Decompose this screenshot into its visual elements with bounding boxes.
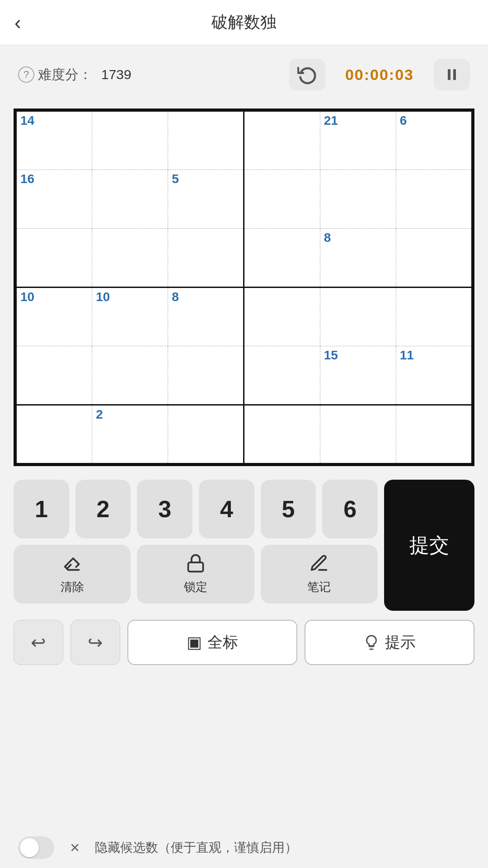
cell-clue-0-0: 14: [20, 113, 34, 127]
cell-1-2[interactable]: 5: [168, 170, 244, 229]
cell-clue-3-1: 10: [96, 290, 110, 304]
fullmark-icon: ▣: [187, 633, 202, 652]
cell-1-3[interactable]: [244, 170, 320, 229]
redo-button[interactable]: ↪: [70, 620, 120, 665]
cell-5-5[interactable]: [396, 405, 472, 464]
num-btn-3[interactable]: 3: [137, 480, 192, 538]
cell-clue-2-4: 8: [324, 231, 331, 245]
cell-clue-4-5: 11: [400, 348, 414, 362]
refresh-button[interactable]: [289, 59, 325, 90]
grid-row-4: 1511: [16, 346, 472, 405]
help-icon[interactable]: ?: [18, 66, 34, 83]
cell-4-4[interactable]: 15: [320, 346, 396, 405]
cell-2-0[interactable]: [16, 229, 92, 288]
fullmark-button[interactable]: ▣ 全标: [127, 620, 297, 665]
timer-display: 00:00:03: [334, 59, 425, 90]
difficulty-score: 1739: [101, 67, 131, 82]
cell-4-3[interactable]: [244, 346, 320, 405]
action-bar: ↩ ↪ ▣ 全标 提示: [14, 620, 474, 665]
number-column: 123456 清除锁定笔记: [14, 480, 378, 611]
back-button[interactable]: ‹: [14, 11, 21, 34]
hide-candidates-toggle[interactable]: [18, 836, 54, 859]
cell-4-2[interactable]: [168, 346, 244, 405]
cell-4-5[interactable]: 11: [396, 346, 472, 405]
eraser-icon: [62, 553, 82, 576]
cell-clue-1-2: 5: [172, 172, 179, 186]
tool-label-lock: 锁定: [184, 579, 207, 595]
cell-5-2[interactable]: [168, 405, 244, 464]
number-and-submit: 123456 清除锁定笔记 提交: [14, 480, 474, 611]
header: ‹ 破解数独: [0, 0, 488, 45]
grid-row-0: 14216: [16, 111, 472, 170]
cell-4-1[interactable]: [92, 346, 168, 405]
tool-btn-lock[interactable]: 锁定: [137, 545, 254, 604]
cell-0-4[interactable]: 21: [320, 111, 396, 170]
sudoku-grid: 1421616581010815112: [15, 110, 473, 464]
cell-3-1[interactable]: 10: [92, 288, 168, 346]
cell-5-4[interactable]: [320, 405, 396, 464]
cell-0-2[interactable]: [168, 111, 244, 170]
cell-2-4[interactable]: 8: [320, 229, 396, 288]
tool-label-pencil: 笔记: [307, 579, 331, 595]
cell-3-4[interactable]: [320, 288, 396, 346]
stats-bar: ? 难度分： 1739 00:00:03: [0, 45, 488, 104]
bottom-bar: ✕ 隐藏候选数（便于直观，谨慎启用）: [0, 827, 488, 868]
cell-clue-1-0: 16: [20, 172, 34, 186]
cell-0-1[interactable]: [92, 111, 168, 170]
cell-1-0[interactable]: 16: [16, 170, 92, 229]
cell-clue-3-0: 10: [20, 290, 34, 304]
tool-btn-pencil[interactable]: 笔记: [261, 545, 378, 604]
cell-3-5[interactable]: [396, 288, 472, 346]
num-btn-1[interactable]: 1: [14, 480, 69, 538]
grid-row-5: 2: [16, 405, 472, 464]
number-row: 123456: [14, 480, 378, 538]
cell-1-5[interactable]: [396, 170, 472, 229]
cell-3-2[interactable]: 8: [168, 288, 244, 346]
cell-0-0[interactable]: 14: [16, 111, 92, 170]
cell-0-3[interactable]: [244, 111, 320, 170]
cell-3-0[interactable]: 10: [16, 288, 92, 346]
close-toggle-icon[interactable]: ✕: [63, 836, 86, 859]
cell-clue-0-5: 6: [400, 113, 407, 127]
difficulty-label: ? 难度分：: [18, 66, 92, 84]
undo-button[interactable]: ↩: [14, 620, 63, 665]
pause-button[interactable]: [434, 59, 470, 90]
sudoku-grid-container: 1421616581010815112: [14, 108, 474, 466]
hide-candidates-text: 隐藏候选数（便于直观，谨慎启用）: [95, 839, 297, 856]
cell-clue-4-4: 15: [324, 348, 338, 362]
hint-icon: [363, 634, 380, 651]
cell-2-5[interactable]: [396, 229, 472, 288]
svg-rect-2: [188, 562, 203, 571]
cell-0-5[interactable]: 6: [396, 111, 472, 170]
svg-rect-0: [448, 69, 450, 80]
cell-4-0[interactable]: [16, 346, 92, 405]
tool-row: 清除锁定笔记: [14, 545, 378, 604]
cell-1-4[interactable]: [320, 170, 396, 229]
num-btn-4[interactable]: 4: [199, 480, 254, 538]
tool-label-eraser: 清除: [61, 579, 84, 595]
cell-5-0[interactable]: [16, 405, 92, 464]
cell-clue-5-1: 2: [96, 407, 103, 421]
grid-row-1: 165: [16, 170, 472, 229]
lock-icon: [186, 553, 206, 576]
cell-2-2[interactable]: [168, 229, 244, 288]
grid-row-3: 10108: [16, 288, 472, 346]
pencil-icon: [309, 553, 329, 576]
tool-btn-eraser[interactable]: 清除: [14, 545, 131, 604]
cell-2-1[interactable]: [92, 229, 168, 288]
num-btn-2[interactable]: 2: [75, 480, 131, 538]
cell-3-3[interactable]: [244, 288, 320, 346]
cell-2-3[interactable]: [244, 229, 320, 288]
hint-button[interactable]: 提示: [305, 620, 474, 665]
page-title: 破解数独: [211, 11, 277, 33]
num-btn-5[interactable]: 5: [261, 480, 316, 538]
cell-clue-0-4: 21: [324, 113, 338, 127]
hint-label: 提示: [385, 632, 416, 653]
num-btn-6[interactable]: 6: [322, 480, 378, 538]
grid-row-2: 8: [16, 229, 472, 288]
cell-1-1[interactable]: [92, 170, 168, 229]
cell-5-3[interactable]: [244, 405, 320, 464]
submit-button[interactable]: 提交: [384, 480, 474, 611]
cell-5-1[interactable]: 2: [92, 405, 168, 464]
fullmark-label: 全标: [207, 632, 238, 653]
